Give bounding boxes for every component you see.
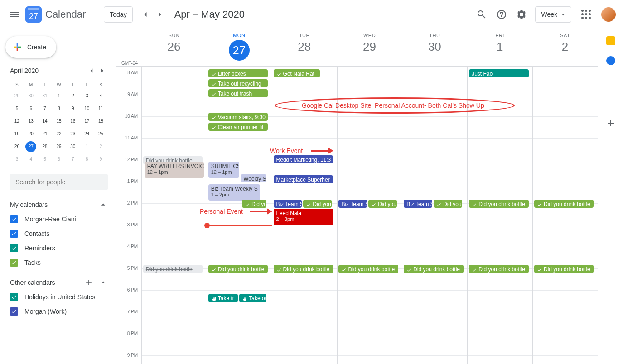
event[interactable]: Weekly St: [241, 174, 266, 182]
checkbox-icon[interactable]: [10, 230, 18, 238]
calendar-item[interactable]: Holidays in United States: [10, 290, 108, 304]
event[interactable]: Biz Team S: [404, 200, 432, 208]
mini-day[interactable]: 25: [94, 129, 108, 141]
event[interactable]: Did you drink bottle: [534, 200, 594, 208]
event[interactable]: Did you: [242, 200, 266, 208]
event[interactable]: Biz Team S: [338, 200, 367, 208]
day-header[interactable]: MON27: [207, 29, 272, 66]
mini-day[interactable]: 1: [52, 91, 66, 103]
day-header[interactable]: SAT2: [532, 29, 598, 66]
create-button[interactable]: Create: [5, 36, 56, 58]
event[interactable]: Take out trash: [208, 89, 268, 97]
add-icon[interactable]: [84, 278, 93, 287]
event[interactable]: Feed Nala2 – 3pm: [274, 209, 333, 225]
event[interactable]: SUBMIT CSR TIME12 – 1pm: [208, 162, 240, 178]
mini-day[interactable]: 7: [38, 103, 52, 116]
event[interactable]: Just Fab: [469, 69, 528, 77]
event[interactable]: Litter boxes: [208, 69, 268, 77]
event[interactable]: Biz Team Weekly S1 – 2pm: [208, 184, 260, 201]
mini-day[interactable]: 9: [66, 103, 80, 116]
settings-icon[interactable]: [512, 5, 531, 24]
keep-icon[interactable]: [606, 36, 615, 45]
checkbox-icon[interactable]: [10, 215, 18, 223]
tasks-icon[interactable]: [606, 56, 615, 65]
mini-day[interactable]: 5: [38, 154, 52, 167]
day-header[interactable]: WED29: [337, 29, 402, 66]
mini-day[interactable]: 28: [38, 141, 52, 154]
mini-day[interactable]: 14: [38, 116, 52, 129]
mini-day[interactable]: 21: [38, 129, 52, 141]
my-calendars-toggle[interactable]: My calendars: [10, 197, 108, 212]
mini-day[interactable]: 19: [10, 129, 24, 141]
event[interactable]: Did you drink bottle: [143, 265, 203, 273]
event[interactable]: Did you drink bottle: [274, 265, 333, 273]
grid-body[interactable]: 8 AM9 AM10 AM11 AM12 PM1 PM2 PM3 PM4 PM5…: [116, 67, 598, 364]
day-header[interactable]: SUN26: [141, 29, 207, 66]
mini-day[interactable]: 7: [66, 154, 80, 167]
calendar-item[interactable]: Morgan (Work): [10, 304, 108, 319]
day-header[interactable]: TUE28: [272, 29, 337, 66]
next-week-button[interactable]: [153, 7, 167, 22]
event[interactable]: Biz Team S: [274, 200, 302, 208]
mini-day[interactable]: 29: [52, 141, 66, 154]
event[interactable]: Did you: [368, 200, 397, 208]
day-column[interactable]: Get Nala RatReddit Marketing, 11:3Market…: [272, 67, 337, 364]
mini-day[interactable]: 22: [52, 129, 66, 141]
search-people[interactable]: [10, 174, 108, 190]
search-icon[interactable]: [473, 5, 491, 24]
event[interactable]: Did you drink bottle: [404, 265, 463, 273]
mini-day[interactable]: 27: [24, 141, 38, 154]
mini-day[interactable]: 15: [52, 116, 66, 129]
apps-grid-icon[interactable]: [577, 5, 595, 24]
mini-day[interactable]: 3: [80, 91, 94, 103]
checkbox-icon[interactable]: [10, 244, 18, 252]
event[interactable]: Take out recycling: [208, 79, 268, 87]
mini-day[interactable]: 16: [66, 116, 80, 129]
event[interactable]: Did you drink bottle: [469, 265, 528, 273]
day-header[interactable]: FRI1: [467, 29, 532, 66]
day-column[interactable]: Did you drink bottleDid you drink bottle: [532, 67, 598, 364]
day-column[interactable]: Did you drink bottlePAY WRITERS INVOICE1…: [141, 67, 207, 364]
mini-day[interactable]: 9: [94, 154, 108, 167]
mini-day[interactable]: 4: [94, 91, 108, 103]
mini-day[interactable]: 24: [80, 129, 94, 141]
mini-day[interactable]: 1: [80, 141, 94, 154]
event[interactable]: Did you: [303, 200, 332, 208]
mini-day[interactable]: 8: [52, 103, 66, 116]
checkbox-icon[interactable]: [10, 293, 18, 301]
mini-day[interactable]: 13: [24, 116, 38, 129]
mini-day[interactable]: 31: [38, 91, 52, 103]
mini-day[interactable]: 8: [80, 154, 94, 167]
event[interactable]: Vacuum stairs, 9:30: [208, 113, 268, 121]
day-column[interactable]: Just FabDid you drink bottleDid you drin…: [467, 67, 532, 364]
menu-icon[interactable]: [4, 4, 25, 25]
event[interactable]: Marketplace Superher: [274, 175, 333, 183]
mini-day[interactable]: 26: [10, 141, 24, 154]
event[interactable]: Did you drink bottle: [208, 265, 268, 273]
mini-day[interactable]: 29: [10, 91, 24, 103]
day-column[interactable]: Biz Team SDid youDid you drink bottle: [402, 67, 467, 364]
days-grid[interactable]: Did you drink bottlePAY WRITERS INVOICE1…: [141, 67, 598, 364]
calendar-item[interactable]: Contacts: [10, 226, 108, 241]
mini-day[interactable]: 5: [10, 103, 24, 116]
prev-week-button[interactable]: [138, 7, 153, 22]
checkbox-icon[interactable]: [10, 259, 18, 267]
help-icon[interactable]: [493, 5, 511, 24]
mini-day[interactable]: 10: [80, 103, 94, 116]
today-button[interactable]: Today: [104, 6, 132, 23]
mini-day[interactable]: 12: [10, 116, 24, 129]
event[interactable]: Did you: [434, 200, 462, 208]
view-selector[interactable]: Week: [535, 6, 571, 23]
event[interactable]: Reddit Marketing, 11:3: [274, 155, 333, 163]
event[interactable]: Clean air purifier fil: [208, 123, 268, 131]
mini-day[interactable]: 20: [24, 129, 38, 141]
mini-cal-prev[interactable]: [86, 65, 97, 76]
mini-day[interactable]: 18: [94, 116, 108, 129]
event[interactable]: Get Nala Rat: [274, 69, 320, 77]
search-input[interactable]: [15, 178, 102, 186]
mini-day[interactable]: 3: [10, 154, 24, 167]
mini-day[interactable]: 23: [66, 129, 80, 141]
avatar[interactable]: [601, 7, 616, 22]
checkbox-icon[interactable]: [10, 307, 18, 316]
event[interactable]: Take ou: [239, 294, 266, 302]
